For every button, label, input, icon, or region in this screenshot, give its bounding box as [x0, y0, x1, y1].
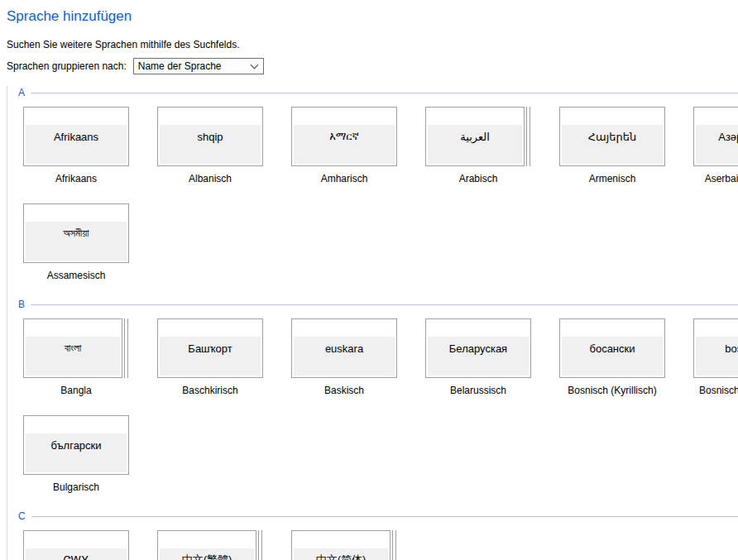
- chevron-down-icon: [250, 61, 258, 69]
- group-by-selected-value: Name der Sprache: [138, 60, 222, 72]
- language-tile-cell: አማርኛAmharisch: [291, 107, 397, 184]
- tile-language-label: Aserbaidschanisch: [680, 173, 738, 184]
- stacked-pages-icon: [124, 318, 125, 378]
- language-tile-cell: българскиBulgarisch: [23, 415, 129, 493]
- language-tile-cell: AfrikaansAfrikaans: [23, 107, 129, 184]
- tile-language-label: Afrikaans: [10, 173, 142, 184]
- language-tile-cell: বাংলাBangla: [23, 318, 129, 396]
- tile-language-label: Assamesisch: [10, 270, 142, 281]
- language-tile[interactable]: 中文(简体): [291, 530, 391, 560]
- tile-row: ᏣᎳᎩ中文(繁體)中文(简体): [23, 530, 738, 560]
- tile-language-label: Bosnisch (Kyrillisch): [546, 385, 678, 396]
- section-header: A: [18, 86, 738, 99]
- tile-language-label: Armenisch: [546, 173, 678, 184]
- language-tile-cell: 中文(繁體): [157, 530, 263, 560]
- language-tile[interactable]: Беларуская: [425, 318, 531, 378]
- page-subtitle: Suchen Sie weitere Sprachen mithilfe des…: [7, 39, 240, 50]
- tile-native-name: euskara: [292, 319, 396, 377]
- grouping-label: Sprachen gruppieren nach:: [7, 60, 127, 72]
- tile-language-label: Amharisch: [278, 173, 410, 184]
- stacked-pages-icon: [395, 530, 396, 560]
- language-tile-cell: 中文(简体): [291, 530, 397, 560]
- tile-language-label: Bangla: [10, 385, 142, 396]
- tile-native-name: ᏣᎳᎩ: [24, 531, 128, 560]
- language-tile[interactable]: bosanski: [693, 318, 738, 378]
- language-tile-cell: ՀայերենArmenisch: [559, 107, 665, 184]
- section-header: C: [18, 510, 738, 523]
- language-tile[interactable]: български: [23, 415, 129, 475]
- section-header: B: [18, 298, 738, 311]
- tile-native-name: босански: [560, 319, 664, 377]
- tile-language-label: Belarussisch: [412, 385, 544, 396]
- language-tile-cell: босанскиBosnisch (Kyrillisch): [559, 318, 665, 396]
- tile-native-name: 中文(繁體): [158, 531, 256, 560]
- stacked-pages-icon: [526, 107, 527, 166]
- tile-language-label: Bulgarisch: [10, 481, 142, 493]
- tile-native-name: العربية: [426, 108, 524, 165]
- tile-native-name: বাংলা: [24, 319, 122, 377]
- language-section-a: AAfrikaansAfrikaansshqipAlbanischአማርኛAmh…: [23, 86, 738, 281]
- tile-native-name: አማርኛ: [292, 108, 396, 165]
- tile-language-label: Albanisch: [144, 173, 276, 184]
- section-letter: A: [18, 87, 25, 98]
- tile-native-name: Беларуская: [426, 319, 530, 377]
- stacked-pages-icon: [127, 318, 128, 378]
- language-list: AAfrikaansAfrikaansshqipAlbanischአማርኛAmh…: [7, 86, 738, 560]
- page-title: Sprache hinzufügen: [7, 8, 132, 25]
- tile-language-label: Arabisch: [412, 173, 544, 184]
- language-section-c: CᏣᎳᎩ中文(繁體)中文(简体): [23, 510, 738, 560]
- language-tile-cell: БеларускаяBelarussisch: [425, 318, 531, 396]
- stacked-pages-icon: [392, 530, 393, 560]
- language-tile[interactable]: বাংলা: [23, 318, 122, 378]
- tile-native-name: Башҡорт: [158, 319, 262, 377]
- language-tile-cell: АзәрбајҹанAserbaidschanisch: [693, 107, 738, 184]
- language-tile[interactable]: ᏣᎳᎩ: [23, 530, 129, 560]
- language-tile-cell: ᏣᎳᎩ: [23, 530, 129, 560]
- tile-native-name: অসমীয়া: [24, 204, 128, 262]
- language-tile-cell: euskaraBaskisch: [291, 318, 397, 396]
- tile-native-name: bosanski: [694, 319, 738, 377]
- tile-native-name: Հայերեն: [560, 108, 664, 165]
- language-tile[interactable]: босански: [559, 318, 665, 378]
- language-tile-cell: bosanskiBosnisch (Lateinisch): [693, 318, 738, 396]
- group-by-select[interactable]: Name der Sprache: [133, 58, 264, 74]
- language-tile-cell: العربيةArabisch: [425, 107, 531, 184]
- language-tile[interactable]: Азәрбајҹан: [693, 107, 738, 166]
- stacked-pages-icon: [261, 530, 262, 560]
- language-tile[interactable]: shqip: [157, 107, 263, 166]
- language-tile-cell: অসমীয়াAssamesisch: [23, 203, 129, 281]
- tile-row: অসমীয়াAssamesisch: [23, 203, 738, 281]
- tile-language-label: Baschkirisch: [144, 385, 276, 396]
- language-tile[interactable]: অসমীয়া: [23, 203, 129, 263]
- tile-native-name: Afrikaans: [24, 108, 128, 165]
- language-tile[interactable]: አማርኛ: [291, 107, 397, 166]
- section-rule-line: [31, 304, 738, 305]
- language-tile[interactable]: Afrikaans: [23, 107, 129, 166]
- tile-row: AfrikaansAfrikaansshqipAlbanischአማርኛAmha…: [23, 107, 738, 184]
- section-rule-line: [31, 93, 738, 93]
- tile-native-name: 中文(简体): [292, 531, 390, 560]
- grouping-row: Sprachen gruppieren nach: Name der Sprac…: [7, 58, 264, 74]
- section-letter: B: [18, 299, 25, 310]
- language-tile[interactable]: 中文(繁體): [157, 530, 256, 560]
- section-letter: C: [18, 510, 26, 522]
- tile-native-name: shqip: [158, 108, 262, 165]
- language-tile[interactable]: euskara: [291, 318, 397, 378]
- language-tile-cell: БашҡортBaschkirisch: [157, 318, 263, 396]
- tile-language-label: Bosnisch (Lateinisch): [680, 385, 738, 396]
- language-tile[interactable]: Հայերեն: [559, 107, 665, 166]
- tile-language-label: Baskisch: [278, 385, 410, 396]
- tile-native-name: български: [24, 416, 128, 474]
- language-tile[interactable]: العربية: [425, 107, 525, 166]
- tile-native-name: Азәрбајҹан: [694, 108, 738, 165]
- stacked-pages-icon: [258, 530, 259, 560]
- language-tile-cell: shqipAlbanisch: [157, 107, 263, 184]
- language-tile[interactable]: Башҡорт: [157, 318, 263, 378]
- section-rule-line: [31, 516, 738, 517]
- tile-row: বাংলাBanglaБашҡортBaschkirischeuskaraBas…: [23, 318, 738, 396]
- stacked-pages-icon: [530, 107, 530, 166]
- language-section-b: BবাংলাBanglaБашҡортBaschkirischeuskaraBa…: [23, 298, 738, 493]
- tile-row: българскиBulgarisch: [23, 415, 738, 493]
